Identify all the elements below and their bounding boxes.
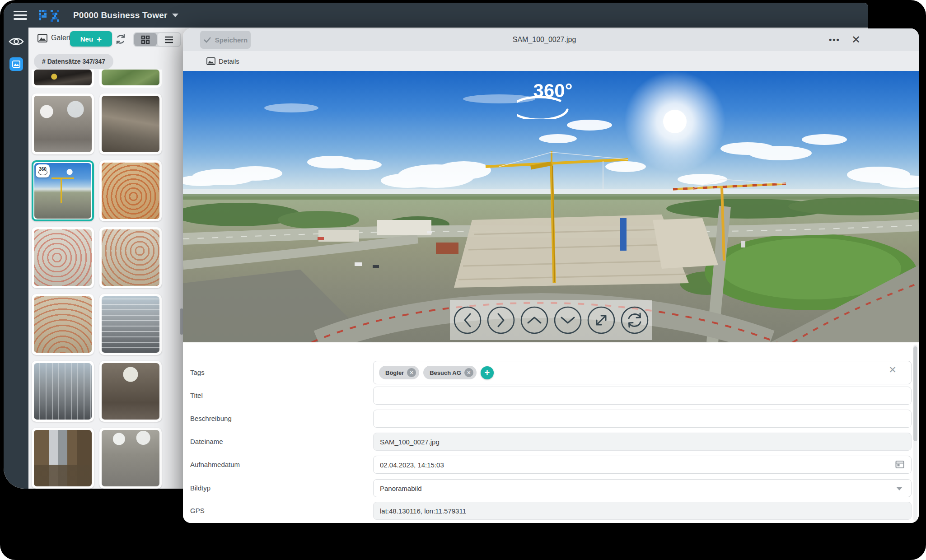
detail-modal: SAM_100_0027.jpg Speichern ••• ✕ Detail xyxy=(183,28,919,523)
thumbnail-image xyxy=(34,363,92,420)
remove-tag-icon[interactable]: ✕ xyxy=(407,368,416,377)
thumbnail-image xyxy=(34,229,92,286)
gallery-thumbnail[interactable] xyxy=(99,70,162,88)
thumbnail-image xyxy=(102,229,159,286)
details-tab-label: Details xyxy=(219,57,239,65)
grid-view-icon xyxy=(141,35,150,44)
gallery-image-icon xyxy=(37,34,47,42)
tag-chip-label: Besuch AG xyxy=(430,369,461,376)
refresh-icon xyxy=(114,33,127,46)
screenshot-frame: P0000 Business Tower xyxy=(0,0,926,560)
records-count-badge: # Datensätze 347/347 xyxy=(34,54,113,69)
aufnahmedatum-input[interactable] xyxy=(373,456,912,474)
close-icon: ✕ xyxy=(851,33,861,46)
gallery-thumbnail[interactable] xyxy=(32,294,94,355)
gps-field xyxy=(373,502,912,520)
form-row-gps: GPS xyxy=(183,502,919,520)
gallery-thumbnail[interactable] xyxy=(32,361,94,422)
list-view-icon xyxy=(164,36,174,44)
expand-icon xyxy=(587,306,616,335)
gallery-thumbnail[interactable] xyxy=(99,361,162,422)
pan-down-button[interactable] xyxy=(553,306,582,335)
gallery-thumbnail[interactable] xyxy=(32,70,94,88)
thumbnail-image xyxy=(102,363,159,420)
dropdown-caret-icon[interactable] xyxy=(896,487,903,490)
hamburger-menu-icon[interactable] xyxy=(14,11,27,20)
form-row-titel: Titel xyxy=(183,387,919,405)
gallery-thumbnail[interactable] xyxy=(99,294,162,355)
thumbnail-image xyxy=(34,70,92,85)
list-view-button[interactable] xyxy=(158,33,180,46)
details-image-icon xyxy=(206,57,215,65)
thumbnail-image xyxy=(34,296,92,353)
fullscreen-button[interactable] xyxy=(587,306,616,335)
image-icon xyxy=(12,61,20,68)
form-row-tags: Tags Bögler ✕ Besuch AG ✕ + ✕ xyxy=(183,364,919,382)
new-button-label: Neu xyxy=(80,35,93,43)
calendar-icon[interactable] xyxy=(894,459,905,470)
gallery-thumbnail[interactable] xyxy=(32,93,94,154)
rotate-button[interactable] xyxy=(620,306,649,335)
tag-chip: Besuch AG ✕ xyxy=(423,366,477,379)
gallery-thumbnail[interactable] xyxy=(99,428,162,489)
save-button[interactable]: Speichern xyxy=(200,31,251,49)
save-button-label: Speichern xyxy=(215,36,248,44)
observer-eye-icon[interactable] xyxy=(9,36,24,47)
clear-tags-icon[interactable]: ✕ xyxy=(887,364,898,375)
bildtyp-label: Bildtyp xyxy=(190,479,210,497)
new-item-button[interactable]: Neu + xyxy=(70,31,112,47)
titel-input[interactable] xyxy=(373,387,912,405)
chevron-down-icon xyxy=(172,14,178,17)
view-toggle xyxy=(133,32,181,47)
remove-tag-icon[interactable]: ✕ xyxy=(464,368,473,377)
form-row-dateiname: Dateiname xyxy=(183,433,919,451)
pan-right-button[interactable] xyxy=(486,306,515,335)
gallery-thumbnail[interactable] xyxy=(99,160,162,221)
tab-details[interactable]: Details xyxy=(206,57,239,65)
thumbnail-360-badge: 360 xyxy=(36,164,50,177)
thumbnail-image xyxy=(34,430,92,486)
beschreibung-input[interactable] xyxy=(373,410,912,428)
modal-tab-bar: Details xyxy=(183,51,919,71)
tags-input[interactable]: Bögler ✕ Besuch AG ✕ + xyxy=(373,361,912,384)
add-tag-button[interactable]: + xyxy=(481,366,494,379)
aufnahmedatum-label: Aufnahmedatum xyxy=(190,456,240,474)
refresh-button[interactable] xyxy=(114,33,127,46)
gallery-panel: Galerie Neu + xyxy=(28,28,185,489)
dateiname-field xyxy=(373,433,912,451)
dateiname-label: Dateiname xyxy=(190,433,223,451)
tags-label: Tags xyxy=(190,364,205,382)
chevron-up-icon xyxy=(520,306,549,335)
modal-header: SAM_100_0027.jpg Speichern ••• ✕ xyxy=(183,28,919,51)
thumbnail-image xyxy=(102,430,159,486)
close-button[interactable]: ✕ xyxy=(848,32,864,47)
tag-chip-label: Bögler xyxy=(385,369,404,376)
chevron-left-icon xyxy=(453,306,482,335)
thumbnail-image xyxy=(34,96,92,152)
ellipsis-icon: ••• xyxy=(829,35,840,44)
bildtyp-select[interactable] xyxy=(373,479,912,497)
titel-label: Titel xyxy=(190,387,203,405)
project-selector[interactable]: P0000 Business Tower xyxy=(73,10,178,20)
gallery-thumbnail-selected[interactable]: 360 xyxy=(32,160,94,221)
modal-scrollbar-thumb[interactable] xyxy=(913,346,917,441)
panorama-controls xyxy=(450,300,652,340)
plus-icon: + xyxy=(97,35,102,43)
gallery-thumbnail[interactable] xyxy=(32,227,94,288)
sidebar-item-gallery[interactable] xyxy=(9,57,23,71)
gallery-thumbnail[interactable] xyxy=(99,227,162,288)
more-menu-button[interactable]: ••• xyxy=(826,33,842,47)
pan-up-button[interactable] xyxy=(520,306,549,335)
pan-left-button[interactable] xyxy=(453,306,482,335)
panorama-viewer[interactable]: 360° xyxy=(183,71,919,342)
gallery-thumbnail[interactable] xyxy=(99,93,162,154)
modal-scrollbar-track xyxy=(913,345,917,521)
gallery-thumbnail[interactable] xyxy=(32,428,94,489)
rotate-icon xyxy=(620,306,649,335)
top-bar: P0000 Business Tower xyxy=(4,3,868,28)
gps-label: GPS xyxy=(190,502,205,520)
form-row-beschreibung: Beschreibung xyxy=(183,410,919,428)
app-logo xyxy=(39,9,61,22)
grid-view-button[interactable] xyxy=(134,33,157,46)
thumbnail-image xyxy=(102,70,159,85)
